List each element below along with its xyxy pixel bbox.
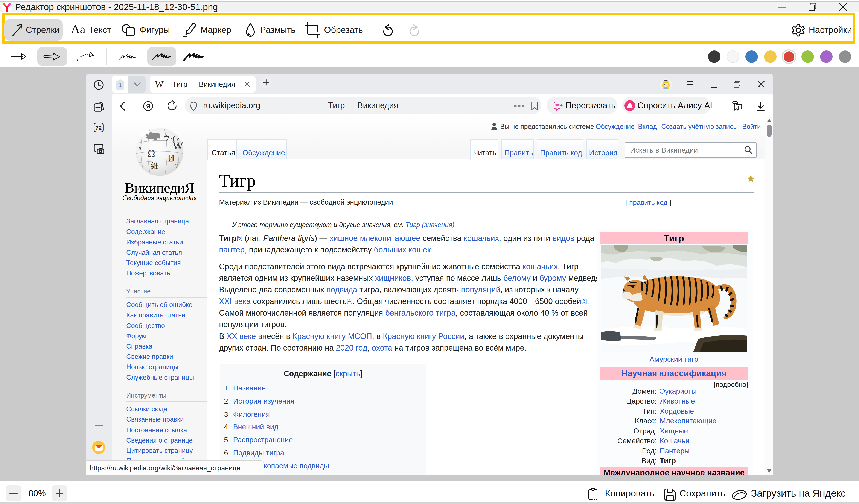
svg-text:ই: ই — [138, 145, 142, 151]
svg-text:ه: ه — [177, 135, 179, 141]
svg-text:ウィ: ウィ — [163, 134, 176, 141]
svg-text:Я: Я — [146, 103, 150, 110]
svg-text:W: W — [173, 139, 183, 152]
svg-text:И: И — [167, 153, 175, 164]
svg-text:7: 7 — [175, 162, 178, 170]
svg-text:維: 維 — [151, 162, 159, 170]
svg-text:1: 1 — [118, 81, 122, 88]
svg-text:72: 72 — [95, 125, 102, 131]
svg-text:Ω: Ω — [148, 148, 155, 159]
